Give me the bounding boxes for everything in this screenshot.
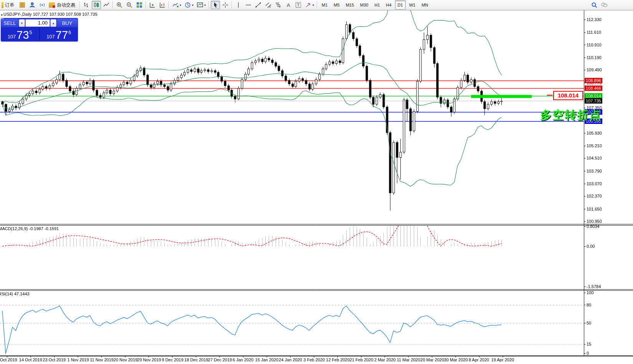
profile-icon bbox=[29, 2, 36, 8]
volume-decrease-button[interactable]: ▼ bbox=[19, 19, 25, 27]
dropdown-caret-icon[interactable]: ▾ bbox=[204, 3, 206, 7]
sell-price[interactable]: 107735 bbox=[1, 28, 39, 41]
profile-button[interactable] bbox=[28, 1, 37, 9]
date-axis-label: 3 Feb 2020 bbox=[304, 357, 325, 362]
text-icon: A bbox=[285, 2, 292, 8]
rsi-tick-label: 0 bbox=[587, 351, 589, 356]
signal-icon bbox=[39, 2, 46, 8]
autotrade-label: 自动交易 bbox=[57, 2, 75, 8]
date-axis-label: 29 Nov 2019 bbox=[137, 357, 161, 362]
price-tick-label: 104.510 bbox=[587, 156, 602, 160]
periods-icon bbox=[184, 2, 191, 8]
timeframe-m5-button[interactable]: M5 bbox=[331, 0, 342, 10]
toolbar-separator bbox=[231, 1, 232, 9]
date-axis-label: 8 Apr 2020 bbox=[469, 357, 489, 362]
date-axis-label: 30 Mar 2020 bbox=[444, 357, 468, 362]
price-tick-label: 111.610 bbox=[587, 30, 601, 35]
arrows-button[interactable]: ▾ bbox=[304, 1, 315, 9]
new-order-button[interactable]: 订单 bbox=[0, 1, 17, 9]
macd-indicator-label: MACD(12,26,9) -0.1987 -0.1591 bbox=[0, 226, 59, 231]
new-order-label: 订单 bbox=[5, 2, 14, 8]
dropdown-caret-icon[interactable]: ▾ bbox=[312, 3, 314, 7]
toolbar-separator bbox=[112, 1, 113, 9]
date-axis-label: 12 Feb 2020 bbox=[326, 357, 350, 362]
line-chart-button[interactable] bbox=[102, 1, 111, 9]
cursor-icon bbox=[212, 2, 219, 8]
zoom-in-button[interactable] bbox=[115, 1, 124, 9]
symbol-info: ◂USDJPY-,Daily 107.727 107.930 107.508 1… bbox=[1, 12, 98, 16]
fibonacci-button[interactable]: F bbox=[274, 1, 283, 9]
timeframe-m15-button[interactable]: M15 bbox=[343, 0, 357, 10]
timeframe-h1-button[interactable]: H1 bbox=[372, 0, 382, 10]
chat-icon bbox=[601, 2, 608, 8]
price-tick-label: 101.650 bbox=[587, 207, 602, 211]
vertical-line-button[interactable] bbox=[234, 1, 243, 9]
price-tick-label: 100.950 bbox=[587, 219, 602, 224]
search-icon bbox=[591, 2, 598, 8]
price-tick-label: 103.790 bbox=[587, 169, 602, 173]
price-tick-label: 112.330 bbox=[587, 17, 602, 22]
market-watch-icon bbox=[19, 2, 26, 8]
trendline-button[interactable] bbox=[254, 1, 263, 9]
market-watch-button[interactable] bbox=[18, 1, 27, 9]
crosshair-icon bbox=[222, 2, 229, 8]
periods-button[interactable]: ▾ bbox=[183, 1, 195, 9]
dropdown-caret-icon[interactable]: ▾ bbox=[192, 3, 193, 7]
price-axis-badge: 108.466 bbox=[585, 86, 602, 91]
toolbar-separator bbox=[145, 1, 146, 9]
tile-windows-button[interactable] bbox=[135, 1, 144, 9]
timeframe-m30-button[interactable]: M30 bbox=[357, 0, 371, 10]
timeframe-w1-button[interactable]: W1 bbox=[407, 0, 418, 10]
macd-tick-label: 0.8034 bbox=[587, 224, 600, 229]
text-label-button[interactable]: T bbox=[294, 1, 303, 9]
date-axis-label: 27 Dec 2019 bbox=[208, 357, 232, 362]
price-tick-label: 102.370 bbox=[587, 194, 602, 198]
buy-button[interactable]: BUY bbox=[57, 19, 78, 27]
signal-button[interactable] bbox=[38, 1, 47, 9]
timeframe-d1-button[interactable]: D1 bbox=[395, 0, 406, 10]
buy-price[interactable]: 107776 bbox=[40, 28, 78, 41]
timeframe-mn-button[interactable]: MN bbox=[419, 0, 431, 10]
chart-canvas[interactable] bbox=[0, 0, 633, 364]
rsi-indicator-label: RSI(14) 47.1443 bbox=[0, 292, 30, 296]
tile-windows-icon bbox=[136, 2, 143, 8]
date-axis-label: 24 Jan 2020 bbox=[279, 357, 302, 362]
price-tick-label: 109.490 bbox=[587, 68, 602, 72]
auto-scroll-button[interactable] bbox=[148, 1, 157, 9]
svg-text:F: F bbox=[279, 6, 281, 8]
template-button[interactable]: ▾ bbox=[195, 1, 207, 9]
dropdown-caret-icon[interactable]: ▾ bbox=[180, 3, 181, 7]
channel-icon: E bbox=[265, 2, 272, 8]
volume-input[interactable]: 1.00 bbox=[25, 19, 50, 27]
channel-button[interactable]: E bbox=[264, 1, 273, 9]
svg-text:T: T bbox=[297, 3, 300, 7]
new-order-icon bbox=[2, 2, 3, 8]
zoom-out-button[interactable] bbox=[125, 1, 134, 9]
template-icon bbox=[197, 2, 203, 8]
chat-button[interactable] bbox=[600, 1, 609, 9]
price-callout-box[interactable]: 108.014 bbox=[553, 91, 583, 100]
rsi-tick-label: 50 bbox=[587, 321, 591, 325]
candlestick-chart-button[interactable] bbox=[92, 1, 101, 9]
timeframe-m1-button[interactable]: M1 bbox=[319, 0, 330, 10]
annotation-text[interactable]: 多空转折点 bbox=[540, 107, 602, 123]
toolbar-separator bbox=[169, 1, 169, 9]
auto-scroll-icon bbox=[149, 2, 156, 8]
timeframe-h4-button[interactable]: H4 bbox=[383, 0, 394, 10]
symbol-arrow-icon: ◂ bbox=[1, 13, 2, 16]
date-axis-label: 11 Nov 2019 bbox=[90, 357, 114, 362]
search-button[interactable] bbox=[590, 1, 599, 9]
volume-increase-button[interactable]: ▲ bbox=[50, 19, 56, 27]
text-button[interactable]: A bbox=[284, 1, 293, 9]
sell-button[interactable]: SELL bbox=[1, 19, 18, 27]
autotrading-button[interactable]: 自动交易 bbox=[48, 1, 78, 9]
cursor-button[interactable] bbox=[211, 1, 220, 9]
bar-chart-button[interactable] bbox=[82, 1, 91, 9]
horizontal-line-button[interactable] bbox=[244, 1, 253, 9]
crosshair-button[interactable] bbox=[221, 1, 230, 9]
shift-chart-button[interactable] bbox=[158, 1, 167, 9]
toolbar: 订单 自动交易 ▾▾▾ EFAT▾ M1M5M15M30H1H4D1W1MN bbox=[0, 0, 633, 10]
line-chart-icon bbox=[103, 2, 110, 8]
indicators-button[interactable]: ▾ bbox=[171, 1, 182, 9]
macd-tick-label: -1.5784 bbox=[587, 284, 601, 289]
